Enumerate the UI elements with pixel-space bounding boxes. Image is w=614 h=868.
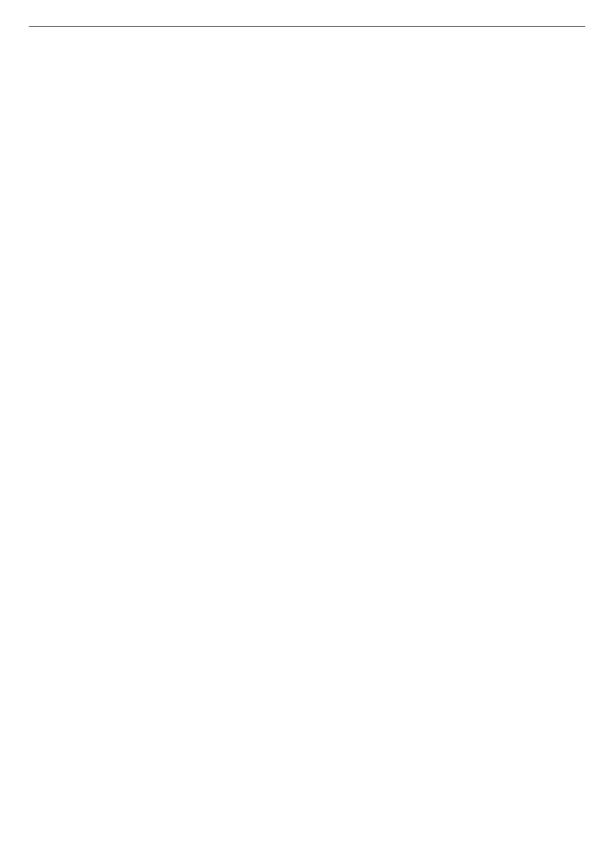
page-rule-top [29, 26, 585, 27]
